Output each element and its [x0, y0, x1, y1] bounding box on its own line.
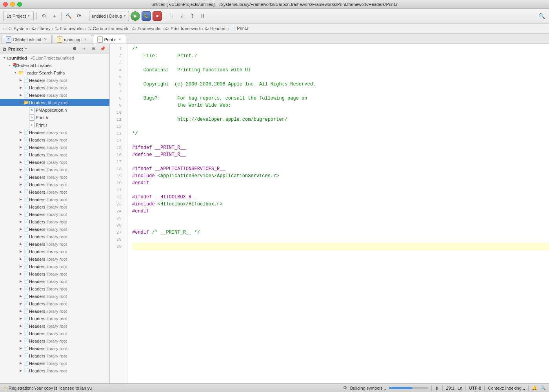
code-line-6[interactable]: Copyright (c) 2000-2006,2008 Apple Inc. … — [132, 81, 549, 88]
tab-main-cpp[interactable]: C main.cpp × — [53, 35, 92, 44]
expand-headers-37[interactable]: ▶ — [18, 368, 24, 374]
sidebar-item-headers-9[interactable]: ▶ 📄 Headers library root — [0, 158, 109, 166]
sidebar-item-headers-3[interactable]: ▶ 📄 Headers library root — [0, 91, 109, 99]
code-line-22[interactable]: #ifndef __HITOOLBOX_R__ — [132, 194, 549, 201]
expand-headers-17[interactable]: ▶ — [18, 219, 24, 225]
code-line-10[interactable] — [132, 109, 549, 116]
sidebar-item-headers-12[interactable]: ▶ 📄 Headers library root — [0, 181, 109, 188]
expand-headers-19[interactable]: ▶ — [18, 234, 24, 240]
expand-headers-18[interactable]: ▶ — [18, 227, 24, 232]
expand-headers-7[interactable]: ▶ — [18, 145, 24, 150]
breadcrumb-folder-print[interactable]: 🗂 Print.framework — [165, 26, 201, 31]
pause-button[interactable]: ⏸ — [198, 12, 207, 20]
build-config-dropdown[interactable]: untitled | Debug ▼ — [89, 11, 129, 21]
expand-headers-22[interactable]: ▶ — [18, 256, 24, 262]
sidebar-item-untitled[interactable]: ▾ 🗂 untitled ~/CLionProjects/untitled — [0, 54, 109, 62]
project-dropdown[interactable]: 🗂 Project ▼ — [3, 11, 34, 21]
sidebar-item-pmapplication[interactable]: h PMApplication.h — [0, 106, 109, 114]
sidebar-item-headers-5[interactable]: ▶ 📄 Headers library root — [0, 129, 109, 136]
sidebar-item-headers-32[interactable]: ▶ 📄 Headers library root — [0, 330, 109, 337]
code-line-15[interactable]: #ifndef __PRINT_R__ — [132, 144, 549, 151]
step-over-button[interactable]: ⤵ — [168, 12, 176, 20]
sidebar-item-headers-25[interactable]: ▶ 📄 Headers library root — [0, 278, 109, 285]
code-line-8[interactable]: Bugs?: For bug reports, consult the foll… — [132, 95, 549, 102]
sidebar-item-headers-28[interactable]: ▶ 📄 Headers library root — [0, 300, 109, 307]
sidebar-item-headers-26[interactable]: ▶ 📄 Headers library root — [0, 285, 109, 292]
sidebar-item-headers-33[interactable]: ▶ 📄 Headers library root — [0, 337, 109, 345]
sidebar-item-printh[interactable]: h Print.h — [0, 114, 109, 121]
sidebar-item-headers-11[interactable]: ▶ 📄 Headers library root — [0, 173, 109, 181]
code-line-1[interactable]: /* — [132, 45, 549, 53]
code-line-25[interactable] — [132, 215, 549, 222]
expand-headers-8[interactable]: ▶ — [18, 152, 24, 158]
expand-headers-26[interactable]: ▶ — [18, 286, 24, 292]
sidebar-item-headers-10[interactable]: ▶ 📄 Headers library root — [0, 166, 109, 173]
expand-printr[interactable] — [24, 122, 29, 128]
expand-header-search[interactable]: ▾ — [13, 70, 18, 76]
sidebar-item-headers-8[interactable]: ▶ 📄 Headers library root — [0, 151, 109, 158]
sidebar-item-headers-31[interactable]: ▶ 📄 Headers library root — [0, 322, 109, 330]
expand-headers-9[interactable]: ▶ — [18, 160, 24, 165]
code-line-14[interactable] — [132, 137, 549, 144]
close-button[interactable] — [3, 2, 8, 7]
editor-content[interactable]: 1234567891011121314151617181920212223242… — [110, 44, 549, 383]
sidebar-layout-btn[interactable]: ☰ — [89, 45, 98, 53]
sidebar-item-headers-35[interactable]: ▶ 📄 Headers library root — [0, 352, 109, 359]
breadcrumb-folder-system[interactable]: 🗂 System — [8, 26, 28, 31]
code-line-18[interactable]: #ifndef __APPLICATIONSERVICES_R__ — [132, 165, 549, 172]
code-line-28[interactable] — [132, 236, 549, 243]
breadcrumb-folder-frameworks2[interactable]: 🗂 Frameworks — [132, 26, 162, 31]
expand-headers-25[interactable]: ▶ — [18, 279, 24, 284]
code-line-20[interactable]: #endif — [132, 180, 549, 187]
sidebar-item-headers-16[interactable]: ▶ 📄 Headers library root — [0, 211, 109, 218]
code-line-3[interactable] — [132, 60, 549, 67]
expand-headers-15[interactable]: ▶ — [18, 204, 24, 210]
expand-headers-28[interactable]: ▶ — [18, 301, 24, 307]
expand-headers-11[interactable]: ▶ — [18, 174, 24, 180]
expand-headers-5[interactable]: ▶ — [18, 130, 24, 135]
code-line-9[interactable]: the World Wide Web: — [132, 102, 549, 109]
sidebar-settings-btn[interactable]: ⚙ — [70, 45, 79, 53]
cmake-reload-button[interactable]: ⟳ — [75, 12, 83, 20]
code-line-13[interactable]: */ — [132, 130, 549, 137]
sidebar-item-headers-37[interactable]: ▶ 📄 Headers library root — [0, 367, 109, 374]
sidebar-item-headers-18[interactable]: ▶ 📄 Headers library root — [0, 225, 109, 233]
expand-headers-36[interactable]: ▶ — [18, 361, 24, 366]
build-button[interactable]: 🔨 — [64, 12, 73, 20]
breadcrumb-folder-headers[interactable]: 🗂 Headers — [205, 26, 227, 31]
expand-headers-14[interactable]: ▶ — [18, 197, 24, 202]
maximize-button[interactable] — [17, 2, 22, 7]
step-into-button[interactable]: ⇣ — [178, 12, 187, 20]
code-lines[interactable]: /* File: Print.r Contains: Printing func… — [127, 44, 549, 383]
expand-headers-24[interactable]: ▶ — [18, 271, 24, 277]
code-line-29[interactable] — [132, 243, 549, 250]
expand-headers-2[interactable]: ▶ — [18, 85, 24, 91]
sidebar-item-headers-22[interactable]: ▶ 📄 Headers library root — [0, 255, 109, 263]
breadcrumb-folder-frameworks[interactable]: 🗂 Frameworks — [55, 26, 84, 31]
expand-headers-27[interactable]: ▶ — [18, 294, 24, 299]
expand-headers-34[interactable]: ▶ — [18, 346, 24, 351]
code-line-2[interactable]: File: Print.r — [132, 53, 549, 60]
sidebar-item-headers-24[interactable]: ▶ 📄 Headers library root — [0, 270, 109, 278]
code-line-7[interactable] — [132, 88, 549, 95]
expand-headers-33[interactable]: ▶ — [18, 338, 24, 344]
sidebar-item-headers-15[interactable]: ▶ 📄 Headers library root — [0, 203, 109, 211]
sidebar-item-headers-21[interactable]: ▶ 📄 Headers library root — [0, 248, 109, 255]
sidebar-item-printr[interactable]: r Print.r — [0, 121, 109, 129]
tab-print-r[interactable]: r Print.r × — [93, 35, 126, 44]
sidebar-item-headers-2[interactable]: ▶ 📄 Headers library root — [0, 84, 109, 91]
code-line-24[interactable]: #endif — [132, 208, 549, 215]
sidebar-item-headers-7[interactable]: ▶ 📄 Headers library root — [0, 143, 109, 151]
code-line-17[interactable] — [132, 158, 549, 165]
code-line-11[interactable]: http://developer.apple.com/bugreporter/ — [132, 116, 549, 123]
expand-external-libs[interactable]: ▾ — [7, 63, 13, 68]
expand-headers-35[interactable]: ▶ — [18, 353, 24, 359]
add-config-button[interactable]: ＋ — [50, 12, 58, 20]
code-line-4[interactable]: Contains: Printing functions with UI — [132, 67, 549, 74]
sidebar-item-headers-14[interactable]: ▶ 📄 Headers library root — [0, 196, 109, 203]
stop-button[interactable]: ■ — [153, 11, 162, 21]
expand-headers-31[interactable]: ▶ — [18, 323, 24, 329]
notifications-icon[interactable]: 🔔 — [532, 385, 537, 390]
sidebar-item-headers-6[interactable]: ▶ 📄 Headers library root — [0, 136, 109, 143]
debug-button[interactable]: 🐛 — [142, 11, 151, 21]
